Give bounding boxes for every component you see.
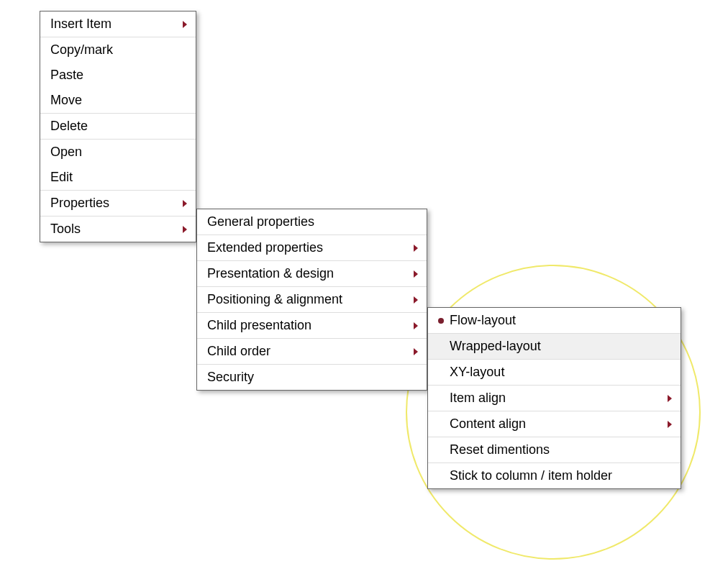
menu-item-label: Open [50, 145, 82, 160]
menu-item-wrapped-layout[interactable]: Wrapped-layout [428, 334, 681, 359]
menu-item-paste[interactable]: Paste [40, 63, 196, 88]
menu-item-label: Edit [50, 170, 73, 185]
menu-item-label: Flow-layout [450, 313, 516, 328]
bullet-icon [438, 318, 444, 324]
menu-item-open[interactable]: Open [40, 140, 196, 165]
menu-item-label: Move [50, 93, 82, 108]
menu-item-extended-properties[interactable]: Extended properties [197, 235, 427, 260]
menu-item-label: Security [207, 370, 254, 385]
menu-item-child-order[interactable]: Child order [197, 339, 427, 364]
menu-item-content-align[interactable]: Content align [428, 411, 681, 437]
context-menu-main: Insert Item Copy/mark Paste Move Delete … [40, 11, 196, 242]
menu-item-label: Tools [50, 222, 81, 237]
menu-item-insert-item[interactable]: Insert Item [40, 12, 196, 37]
menu-item-label: Item align [450, 391, 506, 406]
menu-item-presentation-design[interactable]: Presentation & design [197, 261, 427, 286]
menu-item-stick-to-column[interactable]: Stick to column / item holder [428, 463, 681, 488]
menu-item-child-presentation[interactable]: Child presentation [197, 313, 427, 338]
menu-item-label: Child presentation [207, 318, 311, 333]
menu-item-label: Wrapped-layout [450, 339, 541, 354]
menu-item-label: Reset dimentions [450, 442, 550, 457]
menu-item-reset-dimensions[interactable]: Reset dimentions [428, 437, 681, 463]
menu-item-label: Child order [207, 344, 270, 359]
menu-item-label: Stick to column / item holder [450, 468, 612, 483]
menu-item-label: Copy/mark [50, 42, 113, 58]
menu-item-xy-layout[interactable]: XY-layout [428, 360, 681, 385]
menu-item-label: Positioning & alignment [207, 292, 342, 307]
menu-item-general-properties[interactable]: General properties [197, 209, 427, 234]
menu-item-delete[interactable]: Delete [40, 114, 196, 139]
menu-item-item-align[interactable]: Item align [428, 386, 681, 411]
menu-item-label: Insert Item [50, 17, 112, 32]
menu-item-label: Extended properties [207, 240, 323, 255]
menu-item-label: Paste [50, 68, 83, 83]
menu-item-label: Properties [50, 196, 109, 211]
menu-item-edit[interactable]: Edit [40, 165, 196, 190]
menu-item-label: General properties [207, 214, 314, 229]
menu-item-label: Delete [50, 119, 88, 134]
menu-item-security[interactable]: Security [197, 365, 427, 390]
menu-item-label: XY-layout [450, 365, 504, 380]
menu-item-copy-mark[interactable]: Copy/mark [40, 37, 196, 63]
submenu-positioning-alignment: Flow-layout Wrapped-layout XY-layout Ite… [427, 307, 681, 489]
menu-item-flow-layout[interactable]: Flow-layout [428, 308, 681, 333]
submenu-properties: General properties Extended properties P… [196, 209, 427, 391]
menu-item-label: Presentation & design [207, 266, 334, 281]
menu-item-move[interactable]: Move [40, 88, 196, 113]
menu-item-positioning-alignment[interactable]: Positioning & alignment [197, 287, 427, 312]
menu-item-properties[interactable]: Properties [40, 191, 196, 216]
menu-item-tools[interactable]: Tools [40, 217, 196, 242]
menu-item-label: Content align [450, 416, 526, 432]
